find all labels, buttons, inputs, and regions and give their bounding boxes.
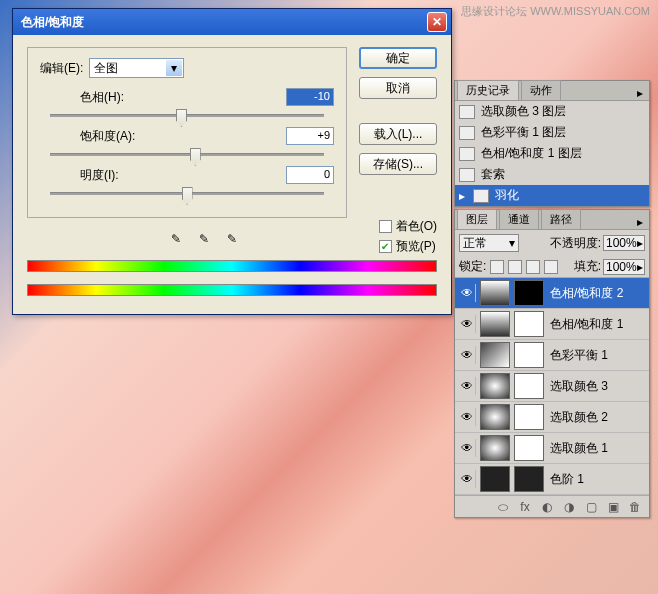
chevron-down-icon[interactable]: ▾ [166, 60, 182, 76]
layer-mask[interactable] [514, 435, 544, 461]
layer-mask[interactable] [514, 466, 544, 492]
visibility-icon[interactable]: 👁 [458, 470, 476, 488]
hue-spectrum-top [27, 260, 437, 272]
layer-mask[interactable] [514, 311, 544, 337]
tab-actions[interactable]: 动作 [521, 80, 561, 100]
lock-brush-icon[interactable] [508, 260, 522, 274]
watermark-text: 思缘设计论坛 WWW.MISSYUAN.COM [461, 4, 650, 19]
history-panel: 历史记录 动作 ▸ 选取颜色 3 图层 色彩平衡 1 图层 色相/饱和度 1 图… [454, 80, 650, 207]
layer-mask[interactable] [514, 280, 544, 306]
history-item[interactable]: 色相/饱和度 1 图层 [455, 143, 649, 164]
edit-combo-value: 全图 [94, 60, 118, 77]
layer-row[interactable]: 👁 色相/饱和度 1 [455, 309, 649, 340]
fill-label: 填充: [574, 258, 601, 275]
ok-button[interactable]: 确定 [359, 47, 437, 69]
layer-row[interactable]: 👁 色彩平衡 1 [455, 340, 649, 371]
adjustment-icon[interactable]: ◑ [561, 500, 577, 514]
layer-row[interactable]: 👁 色相/饱和度 2 [455, 278, 649, 309]
layer-name[interactable]: 色彩平衡 1 [548, 347, 646, 364]
history-step-icon [459, 147, 475, 161]
mask-icon[interactable]: ◐ [539, 500, 555, 514]
history-step-icon [473, 189, 489, 203]
layer-thumb[interactable] [480, 404, 510, 430]
visibility-icon[interactable]: 👁 [458, 284, 476, 302]
history-item[interactable]: 套索 [455, 164, 649, 185]
cancel-button[interactable]: 取消 [359, 77, 437, 99]
history-item[interactable]: ▸羽化 [455, 185, 649, 206]
history-item[interactable]: 色彩平衡 1 图层 [455, 122, 649, 143]
tab-channels[interactable]: 通道 [499, 209, 539, 229]
saturation-slider[interactable] [50, 153, 324, 156]
fx-icon[interactable]: fx [517, 500, 533, 514]
visibility-icon[interactable]: 👁 [458, 408, 476, 426]
layer-name[interactable]: 选取颜色 3 [548, 378, 646, 395]
saturation-input[interactable]: +9 [286, 127, 334, 145]
layer-row[interactable]: 👁 选取颜色 1 [455, 433, 649, 464]
titlebar[interactable]: 色相/饱和度 ✕ [13, 9, 451, 35]
preview-checkbox[interactable]: ✔ [379, 240, 392, 253]
layer-row[interactable]: 👁 色阶 1 [455, 464, 649, 495]
layer-mask[interactable] [514, 373, 544, 399]
layer-name[interactable]: 色相/饱和度 2 [548, 285, 646, 302]
lock-all-icon[interactable] [544, 260, 558, 274]
panel-menu-icon[interactable]: ▸ [631, 215, 649, 229]
blend-mode-combo[interactable]: 正常▾ [459, 234, 519, 252]
layer-name[interactable]: 色阶 1 [548, 471, 646, 488]
layer-name[interactable]: 色相/饱和度 1 [548, 316, 646, 333]
layer-thumb[interactable] [480, 466, 510, 492]
history-step-icon [459, 105, 475, 119]
eyedropper-add-icon[interactable]: ✎ [195, 230, 213, 248]
layer-mask[interactable] [514, 404, 544, 430]
tab-paths[interactable]: 路径 [541, 209, 581, 229]
close-button[interactable]: ✕ [427, 12, 447, 32]
tab-history[interactable]: 历史记录 [457, 80, 519, 100]
panel-menu-icon[interactable]: ▸ [631, 86, 649, 100]
hue-input[interactable]: -10 [286, 88, 334, 106]
lightness-slider[interactable] [50, 192, 324, 195]
lightness-input[interactable]: 0 [286, 166, 334, 184]
colorize-label: 着色(O) [396, 218, 437, 235]
layer-name[interactable]: 选取颜色 2 [548, 409, 646, 426]
opacity-label: 不透明度: [550, 235, 601, 252]
layer-thumb[interactable] [480, 342, 510, 368]
load-button[interactable]: 载入(L)... [359, 123, 437, 145]
opacity-input[interactable]: 100%▸ [603, 235, 645, 251]
new-layer-icon[interactable]: ▣ [605, 500, 621, 514]
visibility-icon[interactable]: 👁 [458, 346, 476, 364]
visibility-icon[interactable]: 👁 [458, 439, 476, 457]
history-item[interactable]: 选取颜色 3 图层 [455, 101, 649, 122]
folder-icon[interactable]: ▢ [583, 500, 599, 514]
edit-label: 编辑(E): [40, 60, 83, 77]
visibility-icon[interactable]: 👁 [458, 377, 476, 395]
eyedropper-icon[interactable]: ✎ [167, 230, 185, 248]
save-button[interactable]: 存储(S)... [359, 153, 437, 175]
layers-panel: 图层 通道 路径 ▸ 正常▾ 不透明度: 100%▸ 锁定: 填充: 100%▸… [454, 209, 650, 518]
layer-thumb[interactable] [480, 280, 510, 306]
history-step-icon [459, 168, 475, 182]
layer-row[interactable]: 👁 选取颜色 3 [455, 371, 649, 402]
hue-spectrum-bottom [27, 284, 437, 296]
link-icon[interactable]: ⬭ [495, 500, 511, 514]
fill-input[interactable]: 100%▸ [603, 259, 645, 275]
hue-slider[interactable] [50, 114, 324, 117]
colorize-checkbox[interactable] [379, 220, 392, 233]
lock-move-icon[interactable] [526, 260, 540, 274]
visibility-icon[interactable]: 👁 [458, 315, 476, 333]
layer-thumb[interactable] [480, 373, 510, 399]
layer-row[interactable]: 👁 选取颜色 2 [455, 402, 649, 433]
layer-thumb[interactable] [480, 311, 510, 337]
tab-layers[interactable]: 图层 [457, 209, 497, 229]
lock-transparent-icon[interactable] [490, 260, 504, 274]
lightness-label: 明度(I): [80, 167, 286, 184]
trash-icon[interactable]: 🗑 [627, 500, 643, 514]
layer-thumb[interactable] [480, 435, 510, 461]
edit-fieldset: 编辑(E): 全图 ▾ 色相(H): -10 饱和度(A): +9 [27, 47, 347, 218]
hue-label: 色相(H): [80, 89, 286, 106]
eyedropper-subtract-icon[interactable]: ✎ [223, 230, 241, 248]
edit-combo[interactable]: 全图 ▾ [89, 58, 184, 78]
dialog-title: 色相/饱和度 [17, 14, 427, 31]
layer-name[interactable]: 选取颜色 1 [548, 440, 646, 457]
lock-label: 锁定: [459, 258, 486, 275]
preview-label: 预览(P) [396, 238, 436, 255]
layer-mask[interactable] [514, 342, 544, 368]
